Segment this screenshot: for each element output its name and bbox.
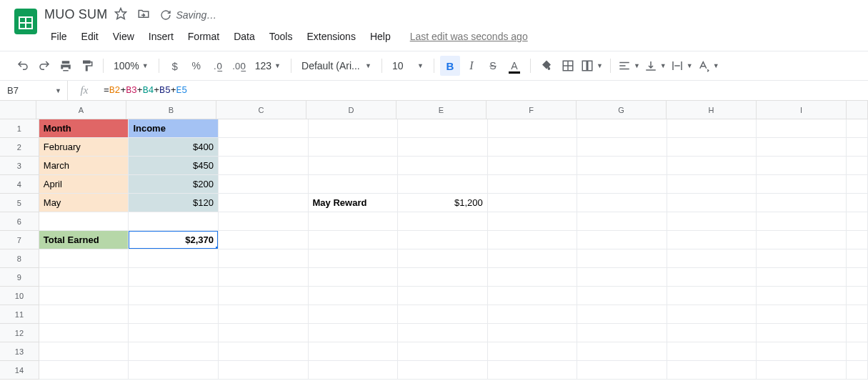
cell[interactable]: $1,200 [398,194,488,212]
italic-button[interactable]: I [462,56,482,76]
menu-format[interactable]: Format [181,28,226,45]
row-header[interactable]: 5 [0,194,39,212]
menu-file[interactable]: File [44,28,74,45]
col-header[interactable]: A [36,101,126,119]
cell[interactable] [488,157,578,175]
cell[interactable] [488,194,578,212]
cell[interactable] [488,231,578,249]
cell[interactable] [488,324,578,342]
cell[interactable] [219,305,309,324]
cell[interactable] [219,194,309,212]
menu-view[interactable]: View [106,28,141,45]
cell[interactable] [488,342,578,361]
col-header[interactable]: F [487,101,577,119]
col-header[interactable]: I [757,101,847,119]
text-color-button[interactable]: A [504,56,524,76]
text-wrap-button[interactable]: ▼ [669,56,694,76]
cell[interactable] [757,157,847,175]
cell[interactable] [577,342,667,361]
cell[interactable] [667,157,757,175]
menu-edit[interactable]: Edit [75,28,105,45]
cell[interactable] [39,342,129,361]
cell[interactable] [488,175,578,194]
cell[interactable] [39,212,129,231]
col-header[interactable]: E [396,101,487,119]
bold-button[interactable]: B [440,56,460,76]
cell[interactable] [219,287,309,305]
spreadsheet-grid[interactable]: A B C D E F G H I 1 Month Income [0,101,868,380]
cell[interactable] [757,138,847,157]
cell[interactable]: Month [39,119,129,138]
cell[interactable] [219,361,309,380]
cell[interactable] [219,175,309,194]
selection-handle[interactable] [216,247,219,249]
cell[interactable] [577,119,667,138]
cell[interactable]: $400 [129,138,219,157]
cell[interactable] [847,212,868,231]
move-folder-icon[interactable] [137,7,150,22]
cell[interactable]: May Reward [309,194,399,212]
row-header[interactable]: 2 [0,138,39,157]
row-header[interactable]: 6 [0,212,39,231]
zoom-dropdown[interactable]: 100%▼ [109,56,153,76]
document-title[interactable]: MUO SUM [44,7,107,22]
cell[interactable] [219,157,309,175]
cell[interactable] [488,138,578,157]
cell[interactable] [667,249,757,268]
merge-cells-button[interactable]: ▼ [579,56,604,76]
row-header[interactable]: 14 [0,361,39,380]
cell[interactable] [577,231,667,249]
cell[interactable] [847,157,868,175]
cell[interactable] [577,157,667,175]
cell[interactable] [129,305,219,324]
cell[interactable] [667,231,757,249]
font-size-dropdown[interactable]: 10▼ [388,56,428,76]
cell[interactable] [667,212,757,231]
cell[interactable] [309,342,399,361]
cell[interactable] [309,119,399,138]
col-header[interactable]: C [216,101,306,119]
cell[interactable] [667,305,757,324]
col-header[interactable] [847,101,868,119]
cell[interactable]: $120 [129,194,219,212]
cell[interactable] [577,194,667,212]
cell[interactable]: Income [129,119,219,138]
cell[interactable] [847,305,868,324]
cell[interactable] [667,268,757,287]
cell[interactable] [847,287,868,305]
cell-selected[interactable]: $2,370 [129,231,219,249]
cell[interactable] [667,324,757,342]
menu-insert[interactable]: Insert [142,28,180,45]
col-header[interactable]: H [667,101,757,119]
percent-button[interactable]: % [186,56,206,76]
cell[interactable] [39,324,129,342]
print-button[interactable] [56,56,76,76]
cell[interactable] [847,249,868,268]
borders-button[interactable] [558,56,578,76]
cell[interactable]: Total Earned [39,231,129,249]
row-header[interactable]: 3 [0,157,39,175]
cell[interactable] [667,194,757,212]
cell[interactable] [129,249,219,268]
cell[interactable]: February [39,138,129,157]
row-header[interactable]: 9 [0,268,39,287]
cell[interactable] [667,287,757,305]
cell[interactable] [847,361,868,380]
text-rotation-button[interactable]: ▼ [696,56,721,76]
cell[interactable] [847,119,868,138]
cell[interactable] [129,324,219,342]
cell[interactable] [577,268,667,287]
cell[interactable] [398,231,488,249]
cell[interactable] [757,175,847,194]
menu-extensions[interactable]: Extensions [300,28,361,45]
cell[interactable]: March [39,157,129,175]
cell[interactable] [398,249,488,268]
cell[interactable] [847,194,868,212]
increase-decimal-button[interactable]: .00̲ [229,56,249,76]
cell[interactable] [309,305,399,324]
cell[interactable]: $450 [129,157,219,175]
cell[interactable] [39,361,129,380]
cell[interactable] [309,212,399,231]
row-header[interactable]: 13 [0,342,39,361]
cell[interactable] [219,212,309,231]
